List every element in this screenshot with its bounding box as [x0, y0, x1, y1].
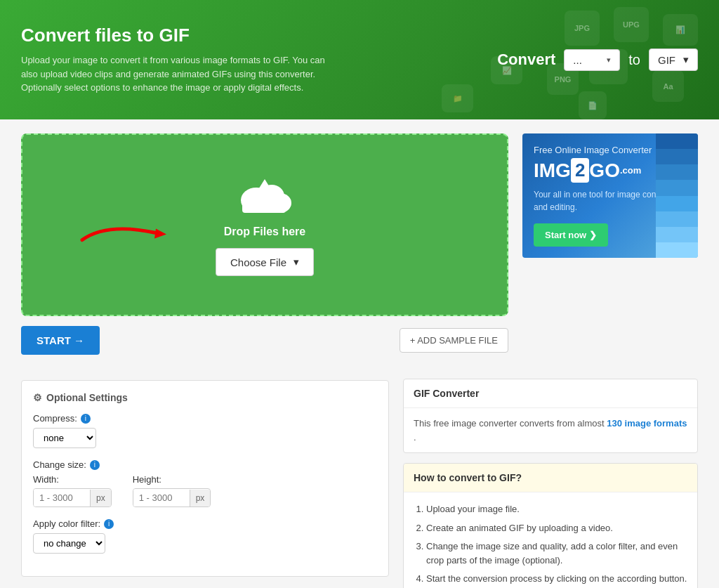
start-button[interactable]: START →	[21, 326, 100, 355]
width-label: Width:	[33, 474, 112, 485]
height-px-label: px	[190, 490, 211, 507]
compress-group: Compress: i none low medium high	[33, 413, 377, 448]
ad-stripe-2	[656, 149, 698, 164]
size-info-icon[interactable]: i	[90, 460, 100, 470]
height-field: Height: px	[133, 474, 211, 507]
add-sample-button[interactable]: + ADD SAMPLE FILE	[400, 328, 508, 353]
how-to-body: Upload your image file. Create an animat…	[404, 492, 697, 588]
right-panel: ✕ Free Online Image Converter IMG 2 GO .…	[522, 133, 698, 355]
svg-rect-3	[242, 200, 286, 213]
gif-converter-panel: GIF Converter This free image converter …	[403, 379, 698, 453]
ad-brand-left: IMG	[534, 159, 571, 182]
gif-converter-title: GIF Converter	[404, 379, 697, 408]
bg-format-icon-bar: 📊	[663, 14, 698, 46]
gif-converter-body: This free image converter converts from …	[404, 408, 697, 452]
drop-zone[interactable]: Drop Files here Choose File ▾	[21, 133, 508, 316]
change-size-group: Change size: i Width: px Height:	[33, 459, 377, 507]
compress-info-icon[interactable]: i	[81, 414, 91, 424]
ad-stripe-4	[656, 180, 698, 195]
choose-file-button[interactable]: Choose File ▾	[216, 248, 314, 276]
header-left: Convert files to GIF Upload your image t…	[21, 25, 344, 95]
to-format-chevron: ▾	[683, 53, 689, 66]
bottom-left: ⚙ Optional Settings Compress: i none low…	[21, 369, 389, 588]
ad-brand-box: 2	[571, 158, 589, 183]
convert-label: Convert	[497, 51, 555, 69]
bg-format-icon-aa: Aa	[652, 70, 684, 102]
gif-converter-desc-end: .	[414, 432, 416, 443]
color-filter-label: Apply color filter: i	[33, 518, 377, 529]
left-panel: Drop Files here Choose File ▾ START → + …	[21, 133, 508, 355]
bottom-right: GIF Converter This free image converter …	[403, 369, 698, 588]
gif-converter-description: This free image converter converts from …	[414, 417, 687, 444]
bottom-panels: ⚙ Optional Settings Compress: i none low…	[0, 369, 719, 588]
to-format-value: GIF	[658, 54, 675, 66]
width-field: Width: px	[33, 474, 112, 507]
ad-start-button[interactable]: Start now ❯	[534, 223, 608, 247]
from-format-value: ...	[573, 54, 582, 66]
ad-brand-right: GO	[589, 159, 620, 182]
header-description: Upload your image to convert it from var…	[21, 53, 344, 95]
ad-stripes	[656, 133, 698, 258]
ad-stripe-8	[656, 242, 698, 258]
ad-stripe-3	[656, 164, 698, 180]
how-to-step-3: Change the image size and quality, add a…	[426, 540, 687, 567]
ad-brand-com: .com	[620, 165, 641, 176]
settings-title: ⚙ Optional Settings	[33, 392, 377, 403]
how-to-step-4: Start the conversion process by clicking…	[426, 572, 687, 586]
bg-format-icon-jpg: JPG	[565, 11, 600, 46]
header: Convert files to GIF Upload your image t…	[0, 0, 719, 119]
to-format-select[interactable]: GIF ▾	[649, 48, 698, 71]
from-format-chevron: ▾	[607, 55, 611, 65]
color-filter-group: Apply color filter: i no change grayscal…	[33, 518, 377, 554]
main-content: Drop Files here Choose File ▾ START → + …	[0, 119, 719, 369]
size-row: Width: px Height: px	[33, 474, 377, 507]
action-bar: START → + ADD SAMPLE FILE	[21, 326, 508, 355]
bg-format-icon-upg: UPG	[614, 7, 649, 42]
compress-label: Compress: i	[33, 413, 377, 424]
width-input-wrap: px	[33, 488, 112, 507]
settings-panel: ⚙ Optional Settings Compress: i none low…	[21, 380, 389, 577]
how-to-steps: Upload your image file. Create an animat…	[414, 502, 687, 586]
height-input-wrap: px	[133, 488, 211, 507]
how-to-step-1: Upload your image file.	[426, 502, 687, 516]
gif-converter-desc-text: This free image converter converts from …	[414, 418, 605, 429]
choose-file-chevron: ▾	[293, 256, 299, 268]
how-to-step-2: Create an animated GIF by uploading a vi…	[426, 521, 687, 535]
drop-files-text: Drop Files here	[224, 226, 305, 238]
from-format-select[interactable]: ... ▾	[564, 49, 620, 71]
cloud-upload-icon	[237, 174, 293, 216]
bg-format-icon-small: 📁	[442, 84, 473, 112]
ad-stripe-5	[656, 196, 698, 211]
arrow-overlay	[79, 218, 177, 249]
page-title: Convert files to GIF	[21, 25, 344, 46]
width-px-label: px	[90, 490, 111, 507]
how-to-title: How to convert to GIF?	[404, 464, 697, 492]
to-label: to	[628, 52, 640, 68]
change-size-label: Change size: i	[33, 459, 377, 470]
ad-stripe-1	[656, 133, 698, 149]
compress-select[interactable]: none low medium high	[33, 428, 96, 448]
ad-stripe-6	[656, 211, 698, 227]
color-filter-info-icon[interactable]: i	[104, 519, 114, 529]
ad-stripe-7	[656, 227, 698, 242]
width-input[interactable]	[34, 489, 90, 507]
how-to-panel: How to convert to GIF? Upload your image…	[403, 463, 698, 588]
ad-panel: ✕ Free Online Image Converter IMG 2 GO .…	[522, 133, 698, 258]
header-right: Convert ... ▾ to GIF ▾	[497, 48, 698, 71]
bg-format-icon-doc: 📄	[579, 91, 607, 119]
height-input[interactable]	[133, 489, 190, 507]
svg-marker-5	[154, 228, 166, 238]
choose-file-label: Choose File	[230, 256, 286, 268]
height-label: Height:	[133, 474, 211, 485]
gif-converter-highlight: 130 image formats	[607, 418, 687, 429]
settings-title-text: Optional Settings	[46, 392, 128, 403]
gear-icon: ⚙	[33, 392, 42, 403]
color-filter-select[interactable]: no change grayscale sepia invert	[33, 533, 105, 554]
